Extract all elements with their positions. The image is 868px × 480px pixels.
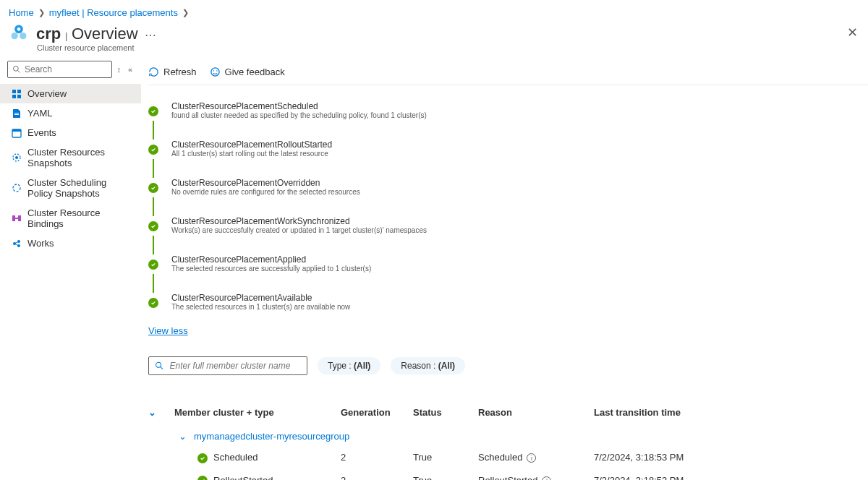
- col-status[interactable]: Status: [413, 407, 478, 418]
- expand-collapse-toggle[interactable]: ↕: [114, 64, 124, 75]
- col-member[interactable]: Member cluster + type: [174, 407, 341, 418]
- page-title-section: Overview: [72, 25, 138, 43]
- timeline-description: No override rules are configured for the…: [171, 188, 360, 196]
- sidebar: ↕ « Overview YAML Events Cluster Resourc…: [0, 58, 141, 480]
- timeline-title: ClusterResourcePlacementWorkSynchronized: [171, 216, 427, 226]
- resource-icon: [9, 22, 29, 45]
- col-reason[interactable]: Reason: [478, 407, 594, 418]
- give-feedback-button[interactable]: Give feedback: [210, 67, 285, 77]
- timeline-connector: [153, 236, 154, 254]
- sidebar-item-overview[interactable]: Overview: [0, 84, 141, 103]
- svg-rect-10: [14, 113, 19, 113]
- svg-point-28: [156, 362, 161, 367]
- svg-point-26: [213, 70, 214, 72]
- sidebar-search[interactable]: [7, 61, 112, 78]
- collapse-sidebar-button[interactable]: «: [125, 64, 135, 75]
- timeline-step: ClusterResourcePlacementOverriddenNo ove…: [148, 178, 868, 197]
- sidebar-item-cluster-resources-snapshots[interactable]: Cluster Resources Snapshots: [0, 142, 141, 173]
- close-button[interactable]: ✕: [847, 25, 858, 40]
- timeline-step: ClusterResourcePlacementAvailableThe sel…: [148, 293, 868, 312]
- page-header: crp | Overview ⋯: [0, 21, 868, 46]
- success-icon: [197, 476, 208, 480]
- search-icon: [155, 361, 164, 371]
- filter-row: Type : (All) Reason : (All): [148, 356, 868, 375]
- sidebar-item-label: Overview: [27, 88, 67, 99]
- timeline-title: ClusterResourcePlacementRolloutStarted: [171, 140, 332, 150]
- svg-point-27: [216, 70, 218, 72]
- refresh-button[interactable]: Refresh: [148, 67, 197, 77]
- svg-rect-19: [14, 218, 19, 219]
- sidebar-item-events[interactable]: Events: [0, 123, 141, 142]
- breadcrumb-home[interactable]: Home: [9, 7, 34, 18]
- svg-rect-11: [14, 114, 19, 115]
- timeline-title: ClusterResourcePlacementAvailable: [171, 293, 350, 303]
- sidebar-item-works[interactable]: Works: [0, 233, 141, 253]
- chevron-down-icon[interactable]: ⌄: [179, 431, 187, 442]
- breadcrumb-resource[interactable]: myfleet | Resource placements: [49, 7, 178, 18]
- timeline-step: ClusterResourcePlacementScheduledfound a…: [148, 101, 868, 121]
- success-icon: [148, 298, 158, 308]
- reason-filter-pill[interactable]: Reason : (All): [391, 357, 465, 374]
- refresh-icon: [148, 67, 159, 77]
- svg-rect-8: [12, 95, 16, 98]
- member-cluster-search-input[interactable]: [170, 361, 301, 371]
- page-title-name: crp: [36, 25, 61, 43]
- sidebar-item-cluster-resource-bindings[interactable]: Cluster Resource Bindings: [0, 203, 141, 233]
- svg-line-5: [18, 71, 20, 73]
- type-filter-pill[interactable]: Type : (All): [318, 357, 380, 374]
- success-icon: [148, 183, 158, 193]
- timeline-description: All 1 cluster(s) start rolling out the l…: [171, 150, 332, 158]
- timeline-connector: [153, 197, 154, 216]
- timeline-title: ClusterResourcePlacementApplied: [171, 254, 371, 265]
- sidebar-item-label: Events: [27, 127, 56, 138]
- success-icon: [148, 145, 158, 155]
- sidebar-search-input[interactable]: [25, 64, 107, 74]
- col-generation[interactable]: Generation: [341, 407, 413, 418]
- table-row[interactable]: Scheduled2TrueScheduledi7/2/2024, 3:18:5…: [148, 446, 868, 469]
- svg-point-4: [14, 67, 19, 72]
- member-cluster-search[interactable]: [148, 356, 307, 375]
- sidebar-item-yaml[interactable]: YAML: [0, 103, 141, 123]
- view-less-link[interactable]: View less: [148, 325, 188, 336]
- timeline-description: The selected resources are successfully …: [171, 265, 371, 273]
- timeline-title: ClusterResourcePlacementOverridden: [171, 178, 360, 188]
- overview-icon: [12, 89, 22, 99]
- cell-type: RolloutStarted: [174, 475, 341, 480]
- success-icon: [148, 221, 158, 231]
- timeline-description: Works(s) are succcesfully created or upd…: [171, 226, 427, 234]
- table-header-row: ⌄ Member cluster + type Generation Statu…: [148, 401, 868, 424]
- search-icon: [12, 65, 21, 74]
- timeline-connector: [153, 159, 154, 178]
- status-timeline: ClusterResourcePlacementScheduledfound a…: [148, 101, 868, 312]
- sidebar-item-cluster-scheduling-policy-snapshots[interactable]: Cluster Scheduling Policy Snapshots: [0, 173, 141, 203]
- table-row[interactable]: RolloutStarted2TrueRolloutStartedi7/2/20…: [148, 469, 868, 480]
- success-icon: [197, 453, 208, 463]
- svg-point-15: [15, 156, 18, 159]
- cell-reason: RolloutStartedi: [478, 475, 594, 480]
- svg-rect-13: [12, 129, 21, 132]
- breadcrumb: Home ❯ myfleet | Resource placements ❯: [0, 0, 868, 21]
- chevron-right-icon: ❯: [38, 8, 45, 17]
- table-group-row[interactable]: ⌄ mymanagedcluster-myresourcegroup: [148, 424, 868, 446]
- sidebar-item-label: Cluster Resource Bindings: [27, 207, 134, 229]
- cell-last-transition: 7/2/2024, 3:18:53 PM: [594, 475, 739, 480]
- svg-point-3: [17, 27, 21, 31]
- expand-all-toggle[interactable]: ⌄: [148, 407, 174, 418]
- timeline-connector: [153, 274, 154, 293]
- svg-point-25: [210, 68, 218, 76]
- bindings-icon: [12, 213, 22, 223]
- toolbar: Refresh Give feedback: [148, 58, 868, 85]
- info-icon[interactable]: i: [527, 453, 536, 463]
- sidebar-item-label: YAML: [27, 108, 52, 119]
- info-icon[interactable]: i: [542, 476, 551, 480]
- snapshot-icon: [12, 153, 22, 163]
- timeline-connector: [153, 121, 154, 140]
- page-subtitle: Cluster resource placement: [37, 43, 868, 52]
- cluster-group-link[interactable]: mymanagedcluster-myresourcegroup: [194, 431, 349, 442]
- svg-rect-6: [12, 90, 16, 93]
- col-last-transition[interactable]: Last transition time: [594, 407, 739, 418]
- svg-point-1: [12, 33, 18, 39]
- more-menu-button[interactable]: ⋯: [140, 29, 156, 41]
- chevron-right-icon: ❯: [182, 8, 189, 17]
- svg-line-29: [161, 367, 163, 369]
